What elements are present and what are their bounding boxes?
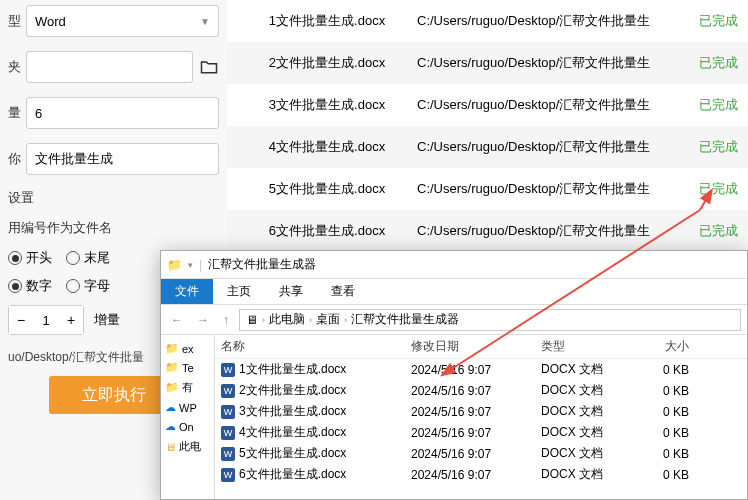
file-row[interactable]: W6文件批量生成.docx2024/5/16 9:07DOCX 文档0 KB bbox=[215, 464, 747, 485]
file-row[interactable]: W2文件批量生成.docx2024/5/16 9:07DOCX 文档0 KB bbox=[215, 380, 747, 401]
sidebar-item[interactable]: 📁有 bbox=[163, 377, 212, 398]
file-name: 3文件批量生成.docx bbox=[239, 403, 346, 420]
sidebar-item[interactable]: 📁ex bbox=[163, 339, 212, 358]
file-size: 0 KB bbox=[635, 426, 695, 440]
explorer-menubar: 文件 主页 共享 查看 bbox=[161, 279, 747, 305]
result-path: C:/Users/ruguo/Desktop/汇帮文件批量生 bbox=[417, 12, 688, 30]
radio-icon bbox=[8, 251, 22, 265]
radio-tail[interactable]: 末尾 bbox=[66, 249, 110, 267]
explorer-nav: ← → ↑ 🖥 › 此电脑 › 桌面 › 汇帮文件批量生成器 bbox=[161, 305, 747, 335]
explorer-titlebar: 📁 ▾ | 汇帮文件批量生成器 bbox=[161, 251, 747, 279]
result-path: C:/Users/ruguo/Desktop/汇帮文件批量生 bbox=[417, 96, 688, 114]
result-row: 3文件批量生成.docxC:/Users/ruguo/Desktop/汇帮文件批… bbox=[227, 84, 748, 126]
name-input[interactable]: 文件批量生成 bbox=[26, 143, 219, 175]
down-icon[interactable]: ▾ bbox=[188, 260, 193, 270]
radio-letter[interactable]: 字母 bbox=[66, 277, 110, 295]
result-filename: 5文件批量生成.docx bbox=[237, 180, 417, 198]
file-date: 2024/5/16 9:07 bbox=[405, 447, 535, 461]
type-label: 型 bbox=[8, 12, 26, 30]
folder-icon[interactable] bbox=[199, 57, 219, 77]
sidebar-item[interactable]: 📁Te bbox=[163, 358, 212, 377]
sidebar-icon: 📁 bbox=[165, 381, 179, 394]
result-filename: 2文件批量生成.docx bbox=[237, 54, 417, 72]
start-stepper[interactable]: − 1 + bbox=[8, 305, 84, 335]
chevron-down-icon: ▼ bbox=[200, 16, 210, 27]
execute-button[interactable]: 立即执行 bbox=[49, 376, 179, 414]
result-path: C:/Users/ruguo/Desktop/汇帮文件批量生 bbox=[417, 138, 688, 156]
file-size: 0 KB bbox=[635, 447, 695, 461]
file-row[interactable]: W4文件批量生成.docx2024/5/16 9:07DOCX 文档0 KB bbox=[215, 422, 747, 443]
type-select[interactable]: Word ▼ bbox=[26, 5, 219, 37]
breadcrumb[interactable]: 🖥 › 此电脑 › 桌面 › 汇帮文件批量生成器 bbox=[239, 309, 741, 331]
tab-home[interactable]: 主页 bbox=[213, 279, 265, 304]
sidebar-item[interactable]: ☁On bbox=[163, 417, 212, 436]
docx-icon: W bbox=[221, 405, 235, 419]
result-status: 已完成 bbox=[688, 96, 738, 114]
stepper-value: 1 bbox=[33, 313, 59, 328]
col-size[interactable]: 大小 bbox=[635, 338, 695, 355]
result-filename: 4文件批量生成.docx bbox=[237, 138, 417, 156]
file-type: DOCX 文档 bbox=[535, 445, 635, 462]
sidebar-item[interactable]: 🖥此电 bbox=[163, 436, 212, 457]
step-label: 增量 bbox=[94, 311, 120, 329]
result-row: 2文件批量生成.docxC:/Users/ruguo/Desktop/汇帮文件批… bbox=[227, 42, 748, 84]
explorer-title: 汇帮文件批量生成器 bbox=[208, 256, 316, 273]
file-size: 0 KB bbox=[635, 468, 695, 482]
explorer-sidebar: 📁ex📁Te📁有☁WP☁On🖥此电 bbox=[161, 335, 215, 499]
file-row[interactable]: W5文件批量生成.docx2024/5/16 9:07DOCX 文档0 KB bbox=[215, 443, 747, 464]
radio-icon bbox=[8, 279, 22, 293]
sidebar-icon: 🖥 bbox=[165, 441, 176, 453]
results-panel: 1文件批量生成.docxC:/Users/ruguo/Desktop/汇帮文件批… bbox=[227, 0, 748, 252]
nav-fwd-icon[interactable]: → bbox=[193, 313, 213, 327]
file-row[interactable]: W3文件批量生成.docx2024/5/16 9:07DOCX 文档0 KB bbox=[215, 401, 747, 422]
result-status: 已完成 bbox=[688, 12, 738, 30]
radio-number[interactable]: 数字 bbox=[8, 277, 52, 295]
tab-view[interactable]: 查看 bbox=[317, 279, 369, 304]
stepper-minus[interactable]: − bbox=[9, 306, 33, 334]
radio-icon bbox=[66, 279, 80, 293]
result-row: 5文件批量生成.docxC:/Users/ruguo/Desktop/汇帮文件批… bbox=[227, 168, 748, 210]
result-row: 1文件批量生成.docxC:/Users/ruguo/Desktop/汇帮文件批… bbox=[227, 0, 748, 42]
file-size: 0 KB bbox=[635, 405, 695, 419]
col-name[interactable]: 名称 bbox=[215, 338, 405, 355]
file-type: DOCX 文档 bbox=[535, 361, 635, 378]
tab-file[interactable]: 文件 bbox=[161, 279, 213, 304]
name-label: 你 bbox=[8, 150, 26, 168]
result-path: C:/Users/ruguo/Desktop/汇帮文件批量生 bbox=[417, 222, 688, 240]
file-name: 1文件批量生成.docx bbox=[239, 361, 346, 378]
docx-icon: W bbox=[221, 384, 235, 398]
file-row[interactable]: W1文件批量生成.docx2024/5/16 9:07DOCX 文档0 KB bbox=[215, 359, 747, 380]
file-name: 6文件批量生成.docx bbox=[239, 466, 346, 483]
col-date[interactable]: 修改日期 bbox=[405, 338, 535, 355]
result-status: 已完成 bbox=[688, 138, 738, 156]
result-path: C:/Users/ruguo/Desktop/汇帮文件批量生 bbox=[417, 54, 688, 72]
docx-icon: W bbox=[221, 363, 235, 377]
tab-share[interactable]: 共享 bbox=[265, 279, 317, 304]
result-status: 已完成 bbox=[688, 222, 738, 240]
nav-back-icon[interactable]: ← bbox=[167, 313, 187, 327]
file-date: 2024/5/16 9:07 bbox=[405, 426, 535, 440]
pc-icon: 🖥 bbox=[246, 313, 258, 327]
stepper-plus[interactable]: + bbox=[59, 306, 83, 334]
file-size: 0 KB bbox=[635, 363, 695, 377]
file-date: 2024/5/16 9:07 bbox=[405, 405, 535, 419]
result-row: 6文件批量生成.docxC:/Users/ruguo/Desktop/汇帮文件批… bbox=[227, 210, 748, 252]
result-row: 4文件批量生成.docxC:/Users/ruguo/Desktop/汇帮文件批… bbox=[227, 126, 748, 168]
file-explorer-window: 📁 ▾ | 汇帮文件批量生成器 文件 主页 共享 查看 ← → ↑ 🖥 › 此电… bbox=[160, 250, 748, 500]
folder-icon: 📁 bbox=[167, 258, 182, 272]
file-list-header: 名称 修改日期 类型 大小 bbox=[215, 335, 747, 359]
result-status: 已完成 bbox=[688, 54, 738, 72]
filename-option-label: 用编号作为文件名 bbox=[8, 219, 219, 237]
sidebar-item[interactable]: ☁WP bbox=[163, 398, 212, 417]
sidebar-icon: ☁ bbox=[165, 420, 176, 433]
result-path: C:/Users/ruguo/Desktop/汇帮文件批量生 bbox=[417, 180, 688, 198]
count-input[interactable]: 6 bbox=[26, 97, 219, 129]
nav-up-icon[interactable]: ↑ bbox=[219, 313, 233, 327]
folder-input[interactable] bbox=[26, 51, 193, 83]
settings-section-label: 设置 bbox=[8, 189, 219, 207]
file-name: 2文件批量生成.docx bbox=[239, 382, 346, 399]
radio-head[interactable]: 开头 bbox=[8, 249, 52, 267]
docx-icon: W bbox=[221, 447, 235, 461]
file-date: 2024/5/16 9:07 bbox=[405, 468, 535, 482]
col-type[interactable]: 类型 bbox=[535, 338, 635, 355]
